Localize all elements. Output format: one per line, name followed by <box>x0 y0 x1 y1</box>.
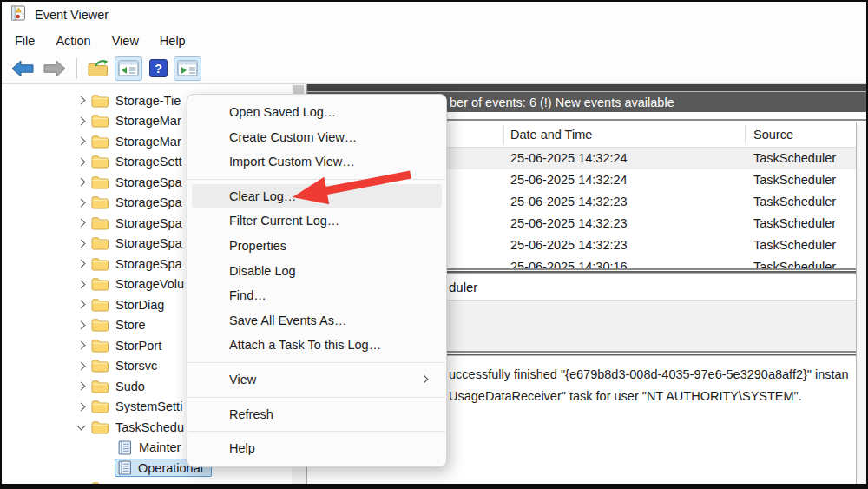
event-source: TaskScheduler <box>753 235 836 256</box>
event-source: TaskScheduler <box>753 191 836 213</box>
events-scrollbar[interactable] <box>856 122 866 485</box>
menu-item-filter-current-log[interactable]: Filter Current Log… <box>187 208 446 234</box>
folder-icon <box>91 318 108 332</box>
event-description-line: uccessfully finished "{e679b8d3-008d-403… <box>449 364 856 386</box>
tree-item-label: StorDiag <box>115 298 164 312</box>
event-viewer-window: Event Viewer File Action View Help <box>0 0 868 489</box>
folder-icon <box>91 420 108 434</box>
help-icon: ? <box>149 59 168 77</box>
menu-bar: File Action View Help <box>2 28 866 54</box>
chevron-right-icon[interactable] <box>75 301 87 307</box>
folder-icon <box>91 216 108 230</box>
folder-icon <box>91 400 108 413</box>
chevron-right-icon[interactable] <box>75 261 87 267</box>
show-console-tree-button[interactable] <box>115 56 142 81</box>
chevron-right-icon[interactable] <box>75 159 87 165</box>
submenu-chevron-icon <box>420 374 429 383</box>
menu-item-open-saved-log[interactable]: Open Saved Log… <box>187 100 446 125</box>
chevron-right-icon[interactable] <box>75 97 87 103</box>
chevron-right-icon[interactable] <box>75 220 87 226</box>
chevron-right-icon[interactable] <box>75 383 87 389</box>
menu-item-disable-log[interactable]: Disable Log <box>187 259 446 284</box>
menu-help[interactable]: Help <box>149 30 196 51</box>
chevron-right-icon[interactable] <box>75 281 87 287</box>
tree-item-label: StorageSpa <box>115 216 182 230</box>
tree-item-label: StorageSpa <box>115 257 182 271</box>
tree-item-label: StorageSpa <box>115 236 182 250</box>
event-date: 25-06-2025 14:32:23 <box>510 191 628 213</box>
tree-item-label: SystemSetti <box>115 400 182 413</box>
menu-separator <box>188 362 445 363</box>
tree-item-label: StorageMar <box>115 114 181 128</box>
folder-icon <box>91 135 108 149</box>
console-tree-icon <box>118 60 139 76</box>
column-header-source[interactable]: Source <box>753 122 793 148</box>
forward-icon <box>43 60 66 77</box>
folder-icon <box>91 114 108 128</box>
context-menu: Open Saved Log… Create Custom View… Impo… <box>187 94 447 467</box>
menu-item-create-custom-view[interactable]: Create Custom View… <box>187 125 446 150</box>
menu-file[interactable]: File <box>4 30 45 51</box>
tree-item-label: StorPort <box>115 339 161 353</box>
folder-icon <box>91 298 108 312</box>
menu-item-properties[interactable]: Properties <box>187 234 446 259</box>
menu-view[interactable]: View <box>102 30 149 51</box>
menu-action[interactable]: Action <box>45 30 101 51</box>
column-header-date-and-time[interactable]: Date and Time <box>510 122 592 148</box>
window-border <box>0 0 2 489</box>
panel-top-band <box>307 84 866 91</box>
chevron-right-icon[interactable] <box>75 200 87 206</box>
window-border <box>0 0 868 2</box>
toolbar: ? <box>2 54 866 83</box>
toolbar-separator <box>76 58 77 79</box>
forward-button[interactable] <box>40 56 69 81</box>
chevron-right-icon[interactable] <box>75 322 87 328</box>
open-saved-log-button[interactable] <box>84 56 112 81</box>
column-divider[interactable] <box>745 125 746 144</box>
event-date: 25-06-2025 14:32:24 <box>510 148 628 169</box>
event-source: TaskScheduler <box>753 148 836 169</box>
menu-separator <box>188 431 445 432</box>
chevron-down-icon[interactable] <box>75 426 87 429</box>
chevron-right-icon[interactable] <box>75 241 87 247</box>
back-button[interactable] <box>8 56 37 81</box>
folder-icon <box>91 339 108 353</box>
folder-icon <box>91 380 108 393</box>
event-date: 25-06-2025 14:32:23 <box>510 213 628 235</box>
back-icon <box>11 60 34 77</box>
event-date: 25-06-2025 14:32:23 <box>510 235 628 256</box>
chevron-right-icon[interactable] <box>75 404 87 410</box>
chevron-right-icon[interactable] <box>75 179 87 185</box>
event-log-icon <box>117 460 132 475</box>
folder-icon <box>91 175 108 189</box>
event-source: TaskScheduler <box>753 256 836 268</box>
menu-item-label: View <box>229 373 256 387</box>
event-source: TaskScheduler <box>753 213 836 235</box>
column-divider[interactable] <box>503 125 504 144</box>
folder-icon <box>91 257 108 271</box>
chevron-right-icon[interactable] <box>75 363 87 369</box>
help-button[interactable]: ? <box>145 56 171 81</box>
chevron-right-icon[interactable] <box>75 342 87 348</box>
menu-item-refresh[interactable]: Refresh <box>187 402 446 427</box>
tree-item-label: Sudo <box>115 380 145 393</box>
chevron-right-icon[interactable] <box>75 138 87 144</box>
menu-item-save-all-events-as[interactable]: Save All Events As… <box>187 308 446 334</box>
menu-item-find[interactable]: Find… <box>187 283 446 308</box>
folder-icon <box>91 359 108 373</box>
show-action-pane-button[interactable] <box>174 56 201 81</box>
folder-icon <box>91 195 108 209</box>
tree-item-label: StorageSpa <box>115 195 182 209</box>
menu-item-help[interactable]: Help <box>187 436 446 461</box>
menu-item-attach-task[interactable]: Attach a Task To this Log… <box>187 333 446 358</box>
menu-item-clear-log[interactable]: Clear Log… <box>192 184 442 209</box>
folder-icon <box>91 236 108 250</box>
tree-item-label: StorageSpa <box>115 175 182 189</box>
tree-item-label: Store <box>115 318 146 332</box>
chevron-right-icon[interactable] <box>75 118 87 124</box>
menu-separator <box>188 397 445 398</box>
window-border <box>0 484 868 489</box>
menu-item-import-custom-view[interactable]: Import Custom View… <box>187 149 446 175</box>
event-description-line: UsageDataReceiver" task for user "NT AUT… <box>449 386 856 407</box>
menu-item-view[interactable]: View <box>187 367 446 393</box>
